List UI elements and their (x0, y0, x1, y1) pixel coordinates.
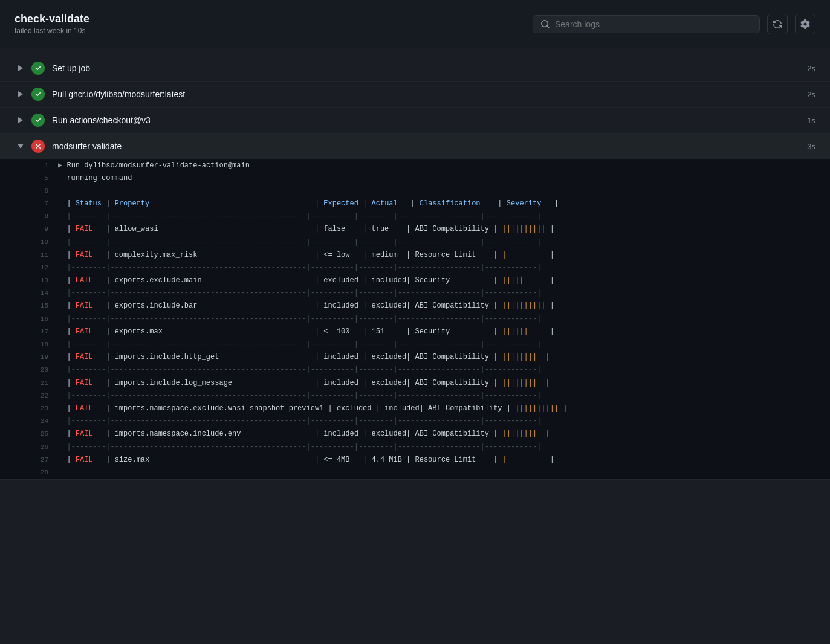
line-number: 25 (29, 428, 48, 440)
log-line: 15 | FAIL | exports.include.bar | includ… (0, 300, 830, 312)
log-line: 11 | FAIL | complexity.max_risk | <= low… (0, 249, 830, 262)
log-text: |--------|------------------------------… (58, 288, 541, 299)
log-line: 5 running command (0, 172, 830, 185)
line-number: 6 (29, 185, 48, 197)
line-number: 11 (29, 250, 48, 261)
refresh-icon (773, 19, 782, 29)
log-text: |--------|------------------------------… (58, 314, 541, 325)
log-line: 9 | FAIL | allow_wasi | false | true | A… (0, 223, 830, 236)
step-duration: 2s (807, 90, 815, 99)
log-line: 17 | FAIL | exports.max | <= 100 | 151 |… (0, 326, 830, 338)
main-content: Set up job 2s Pull ghcr.io/dylibso/modsu… (0, 48, 830, 487)
step-duration: 1s (807, 116, 815, 125)
line-number: 9 (29, 224, 48, 235)
chevron-right-icon (15, 88, 27, 100)
line-number: 16 (29, 314, 48, 325)
line-number: 15 (29, 300, 48, 312)
log-text: | FAIL | exports.exclude.main | excluded… (58, 275, 554, 286)
line-number: 28 (29, 467, 48, 478)
step-row-expanded[interactable]: modsurfer validate 3s (0, 134, 830, 159)
line-number: 23 (29, 403, 48, 414)
search-bar[interactable] (533, 15, 760, 33)
status-icon-success (31, 88, 45, 101)
line-number: 18 (29, 339, 48, 350)
line-number: 21 (29, 378, 48, 389)
header: check-validate failed last week in 10s (0, 0, 830, 48)
log-text: |--------|------------------------------… (58, 416, 541, 427)
log-text: |--------|------------------------------… (58, 390, 541, 402)
log-text: | FAIL | imports.include.http_get | incl… (58, 352, 550, 363)
log-text: |--------|------------------------------… (58, 237, 541, 248)
log-line: 12 |--------|---------------------------… (0, 262, 830, 274)
log-line: 19 | FAIL | imports.include.http_get | i… (0, 351, 830, 364)
log-text: |--------|------------------------------… (58, 339, 541, 350)
line-number: 24 (29, 416, 48, 427)
log-line: 14 |--------|---------------------------… (0, 287, 830, 300)
line-number: 27 (29, 454, 48, 466)
step-row[interactable]: Set up job 2s (0, 56, 830, 82)
chevron-down-icon (15, 140, 27, 152)
status-icon-success (31, 114, 45, 127)
line-number: 26 (29, 442, 48, 453)
chevron-right-icon (15, 114, 27, 126)
log-text: |--------|------------------------------… (58, 442, 541, 453)
line-number: 19 (29, 352, 48, 363)
log-text: | Status | Property | Expected | Actual … (58, 198, 559, 210)
step-duration: 2s (807, 64, 815, 73)
header-title-block: check-validate failed last week in 10s (15, 13, 89, 35)
log-output: 1 ▶ Run dylibso/modsurfer-validate-actio… (0, 159, 830, 480)
log-line: 18 |--------|---------------------------… (0, 338, 830, 351)
log-line: 28 (0, 466, 830, 479)
log-text: |--------|------------------------------… (58, 211, 541, 222)
step-name: Pull ghcr.io/dylibso/modsurfer:latest (52, 89, 807, 99)
log-line: 13 | FAIL | exports.exclude.main | exclu… (0, 274, 830, 287)
log-line: 8 |--------|----------------------------… (0, 210, 830, 223)
log-line: 24 |--------|---------------------------… (0, 415, 830, 428)
log-line: 22 |--------|---------------------------… (0, 390, 830, 402)
log-line: 25 | FAIL | imports.namespace.include.en… (0, 428, 830, 440)
refresh-button[interactable] (767, 14, 788, 34)
search-icon (540, 19, 550, 29)
page-subtitle: failed last week in 10s (15, 27, 89, 35)
log-text: | FAIL | size.max | <= 4MB | 4.4 MiB | R… (58, 454, 554, 466)
line-number: 12 (29, 262, 48, 274)
search-input[interactable] (555, 19, 752, 29)
line-number: 7 (29, 198, 48, 210)
log-line: 21 | FAIL | imports.include.log_message … (0, 377, 830, 390)
page-title: check-validate (15, 13, 89, 25)
log-text: | FAIL | imports.namespace.include.env |… (58, 428, 550, 440)
log-line: 10 |--------|---------------------------… (0, 236, 830, 249)
step-duration: 3s (807, 142, 815, 151)
log-text: | FAIL | complexity.max_risk | <= low | … (58, 250, 554, 261)
log-line: 26 |--------|---------------------------… (0, 441, 830, 454)
log-line: 27 | FAIL | size.max | <= 4MB | 4.4 MiB … (0, 454, 830, 466)
line-number: 14 (29, 288, 48, 299)
gear-icon (800, 19, 810, 29)
log-text: | FAIL | exports.max | <= 100 | 151 | Se… (58, 326, 554, 338)
status-icon-success (31, 62, 45, 75)
chevron-right-icon (15, 62, 27, 74)
log-text: | FAIL | imports.namespace.exclude.wasi_… (58, 403, 568, 414)
step-name: Run actions/checkout@v3 (52, 115, 807, 125)
step-row[interactable]: Pull ghcr.io/dylibso/modsurfer:latest 2s (0, 82, 830, 108)
log-text: ▶ Run dylibso/modsurfer-validate-action@… (58, 160, 250, 172)
settings-button[interactable] (795, 14, 815, 34)
step-row[interactable]: Run actions/checkout@v3 1s (0, 108, 830, 134)
status-icon-failed (31, 140, 45, 153)
log-text: |--------|------------------------------… (58, 262, 541, 274)
log-text: | FAIL | imports.include.log_message | i… (58, 378, 550, 389)
log-line: 20 |--------|---------------------------… (0, 364, 830, 376)
line-number: 20 (29, 364, 48, 376)
log-line: 7 | Status | Property | Expected | Actua… (0, 198, 830, 210)
log-line: 16 |--------|---------------------------… (0, 313, 830, 326)
step-name: modsurfer validate (52, 141, 807, 151)
line-number: 5 (29, 173, 48, 184)
line-number: 10 (29, 237, 48, 248)
log-text: running command (58, 173, 132, 184)
line-number: 17 (29, 326, 48, 338)
log-text: | FAIL | exports.include.bar | included … (58, 300, 554, 312)
line-number: 13 (29, 275, 48, 286)
line-number: 1 (29, 160, 48, 172)
header-actions (533, 14, 815, 34)
log-line: 1 ▶ Run dylibso/modsurfer-validate-actio… (0, 159, 830, 172)
